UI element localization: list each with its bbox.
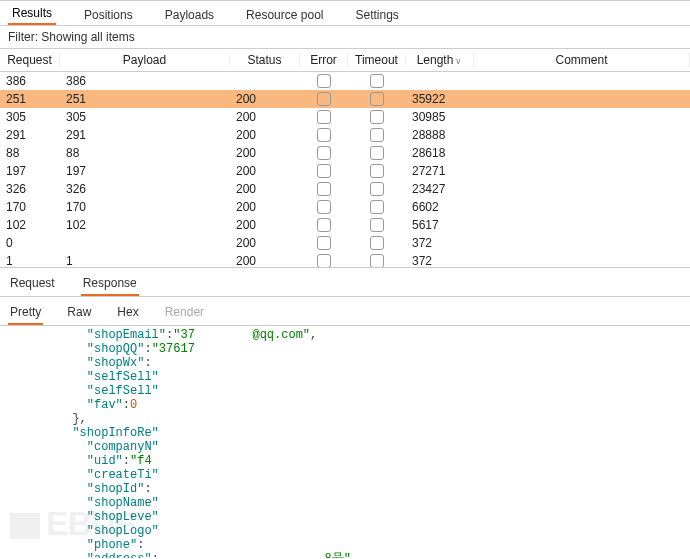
table-body: 3863862512512003592230530520030985291291… <box>0 72 690 268</box>
table-row[interactable]: 29129120028888 <box>0 126 690 144</box>
col-length[interactable]: Length∨ <box>406 53 474 67</box>
cell-status: 200 <box>230 92 300 106</box>
cell-request: 251 <box>0 92 60 106</box>
cell-status: 200 <box>230 254 300 268</box>
table-header: Request Payload Status Error Timeout Len… <box>0 49 690 72</box>
cell-request: 0 <box>0 236 60 250</box>
checkbox-icon <box>317 254 331 268</box>
cell-length: 6602 <box>406 200 474 214</box>
tab-response[interactable]: Response <box>81 274 139 296</box>
cell-timeout <box>348 128 406 143</box>
tab-settings[interactable]: Settings <box>351 4 402 25</box>
col-error[interactable]: Error <box>300 53 348 67</box>
cell-payload: 170 <box>60 200 230 214</box>
cell-payload: 305 <box>60 110 230 124</box>
cell-length: 23427 <box>406 182 474 196</box>
view-pretty[interactable]: Pretty <box>8 303 43 325</box>
tab-payloads[interactable]: Payloads <box>161 4 218 25</box>
cell-error <box>300 74 348 89</box>
cell-error <box>300 254 348 268</box>
cell-timeout <box>348 218 406 233</box>
cell-timeout <box>348 74 406 89</box>
table-row[interactable]: 1701702006602 <box>0 198 690 216</box>
cell-length: 27271 <box>406 164 474 178</box>
table-row[interactable]: 386386 <box>0 72 690 90</box>
cell-error <box>300 218 348 233</box>
cell-timeout <box>348 110 406 125</box>
table-row[interactable]: 25125120035922 <box>0 90 690 108</box>
view-render[interactable]: Render <box>163 303 206 325</box>
checkbox-icon <box>317 218 331 232</box>
table-row[interactable]: 888820028618 <box>0 144 690 162</box>
cell-length: 372 <box>406 254 474 268</box>
checkbox-icon <box>370 164 384 178</box>
checkbox-icon <box>370 110 384 124</box>
filter-bar[interactable]: Filter: Showing all items <box>0 26 690 49</box>
col-status[interactable]: Status <box>230 53 300 67</box>
cell-request: 326 <box>0 182 60 196</box>
col-request[interactable]: Request <box>0 53 60 67</box>
checkbox-icon <box>370 128 384 142</box>
checkbox-icon <box>317 200 331 214</box>
cell-error <box>300 128 348 143</box>
cell-error <box>300 92 348 107</box>
tab-positions[interactable]: Positions <box>80 4 137 25</box>
table-row[interactable]: 30530520030985 <box>0 108 690 126</box>
checkbox-icon <box>317 182 331 196</box>
cell-request: 88 <box>0 146 60 160</box>
table-row[interactable]: 1021022005617 <box>0 216 690 234</box>
checkbox-icon <box>317 146 331 160</box>
tab-request[interactable]: Request <box>8 274 57 296</box>
table-row[interactable]: 19719720027271 <box>0 162 690 180</box>
cell-length: 5617 <box>406 218 474 232</box>
cell-error <box>300 236 348 251</box>
tab-resource-pool[interactable]: Resource pool <box>242 4 327 25</box>
checkbox-icon <box>317 74 331 88</box>
cell-timeout <box>348 164 406 179</box>
cell-status: 200 <box>230 164 300 178</box>
cell-payload: 291 <box>60 128 230 142</box>
cell-timeout <box>348 146 406 161</box>
view-raw[interactable]: Raw <box>65 303 93 325</box>
view-hex[interactable]: Hex <box>115 303 140 325</box>
cell-length: 28888 <box>406 128 474 142</box>
message-tabs: Request Response <box>0 268 690 297</box>
col-comment[interactable]: Comment <box>474 53 690 67</box>
cell-payload: 386 <box>60 74 230 88</box>
checkbox-icon <box>317 92 331 106</box>
checkbox-icon <box>370 218 384 232</box>
cell-status: 200 <box>230 110 300 124</box>
cell-request: 305 <box>0 110 60 124</box>
checkbox-icon <box>370 182 384 196</box>
cell-request: 197 <box>0 164 60 178</box>
col-payload[interactable]: Payload <box>60 53 230 67</box>
table-row[interactable]: 0200372 <box>0 234 690 252</box>
cell-payload: 1 <box>60 254 230 268</box>
checkbox-icon <box>317 110 331 124</box>
cell-request: 291 <box>0 128 60 142</box>
cell-request: 102 <box>0 218 60 232</box>
cell-error <box>300 200 348 215</box>
tab-results[interactable]: Results <box>8 2 56 25</box>
cell-error <box>300 164 348 179</box>
checkbox-icon <box>370 254 384 268</box>
cell-error <box>300 146 348 161</box>
results-table: Request Payload Status Error Timeout Len… <box>0 49 690 268</box>
cell-request: 170 <box>0 200 60 214</box>
col-timeout[interactable]: Timeout <box>348 53 406 67</box>
response-body[interactable]: "shopEmail":"37 @qq.com", "shopQQ":"3761… <box>0 326 690 558</box>
cell-error <box>300 110 348 125</box>
cell-timeout <box>348 92 406 107</box>
cell-status: 200 <box>230 200 300 214</box>
cell-error <box>300 182 348 197</box>
intruder-tabs: Results Positions Payloads Resource pool… <box>0 0 690 26</box>
table-row[interactable]: 32632620023427 <box>0 180 690 198</box>
view-tabs: Pretty Raw Hex Render <box>0 297 690 326</box>
checkbox-icon <box>370 236 384 250</box>
table-row[interactable]: 11200372 <box>0 252 690 268</box>
col-length-label: Length <box>417 53 454 67</box>
cell-status: 200 <box>230 182 300 196</box>
cell-length: 35922 <box>406 92 474 106</box>
checkbox-icon <box>317 236 331 250</box>
checkbox-icon <box>370 146 384 160</box>
